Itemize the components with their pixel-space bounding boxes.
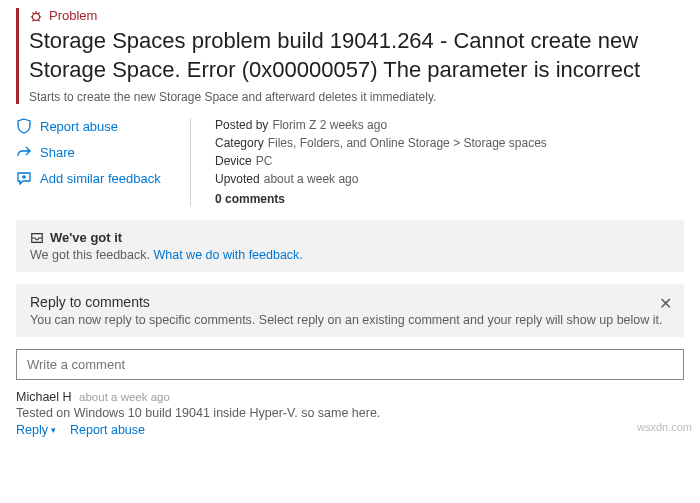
share-icon xyxy=(16,144,32,160)
svg-point-0 xyxy=(33,13,40,20)
add-similar-feedback-link[interactable]: Add similar feedback xyxy=(16,170,166,186)
gotit-text: We got this feedback. xyxy=(30,248,153,262)
reply-banner-title: Reply to comments xyxy=(30,294,670,310)
reply-link[interactable]: Reply▾ xyxy=(16,423,56,437)
bug-icon xyxy=(29,9,43,23)
device-label: Device xyxy=(215,154,252,168)
comment-body: Tested on Windows 10 build 19041 inside … xyxy=(16,406,684,420)
comment-report-abuse-link[interactable]: Report abuse xyxy=(70,423,145,437)
category-label: Category xyxy=(215,136,264,150)
report-abuse-label: Report abuse xyxy=(40,119,118,134)
gotit-title: We've got it xyxy=(50,230,122,245)
page-subtitle: Starts to create the new Storage Space a… xyxy=(29,90,684,104)
chevron-down-icon: ▾ xyxy=(51,425,56,435)
inbox-icon xyxy=(30,231,44,245)
weve-got-it-box: We've got it We got this feedback. What … xyxy=(16,220,684,272)
shield-icon xyxy=(16,118,32,134)
what-we-do-link[interactable]: What we do with feedback. xyxy=(153,248,302,262)
category-value: Files, Folders, and Online Storage > Sto… xyxy=(268,136,547,150)
posted-by-label: Posted by xyxy=(215,118,268,132)
meta-details: Posted byFlorim Z 2 weeks ago CategoryFi… xyxy=(215,118,547,206)
comment-author: Michael H xyxy=(16,390,72,404)
share-label: Share xyxy=(40,145,75,160)
comments-count: 0 comments xyxy=(215,192,547,206)
close-icon[interactable]: ✕ xyxy=(659,294,672,313)
report-abuse-link[interactable]: Report abuse xyxy=(16,118,166,134)
watermark: wsxdn.com xyxy=(637,421,692,433)
device-value: PC xyxy=(256,154,273,168)
feedback-icon xyxy=(16,170,32,186)
vertical-divider xyxy=(190,118,191,206)
posted-by-value: Florim Z 2 weeks ago xyxy=(272,118,387,132)
comment-time: about a week ago xyxy=(79,391,170,403)
comment-input[interactable] xyxy=(16,349,684,380)
upvoted-value: about a week ago xyxy=(264,172,359,186)
comment-item: Michael H about a week ago Tested on Win… xyxy=(16,390,684,437)
add-similar-label: Add similar feedback xyxy=(40,171,161,186)
share-link[interactable]: Share xyxy=(16,144,166,160)
page-title: Storage Spaces problem build 19041.264 -… xyxy=(29,27,684,84)
reply-banner-text: You can now reply to specific comments. … xyxy=(30,313,670,327)
reply-to-comments-box: ✕ Reply to comments You can now reply to… xyxy=(16,284,684,337)
problem-label: Problem xyxy=(49,8,97,23)
upvoted-label: Upvoted xyxy=(215,172,260,186)
problem-tag: Problem xyxy=(29,8,684,23)
